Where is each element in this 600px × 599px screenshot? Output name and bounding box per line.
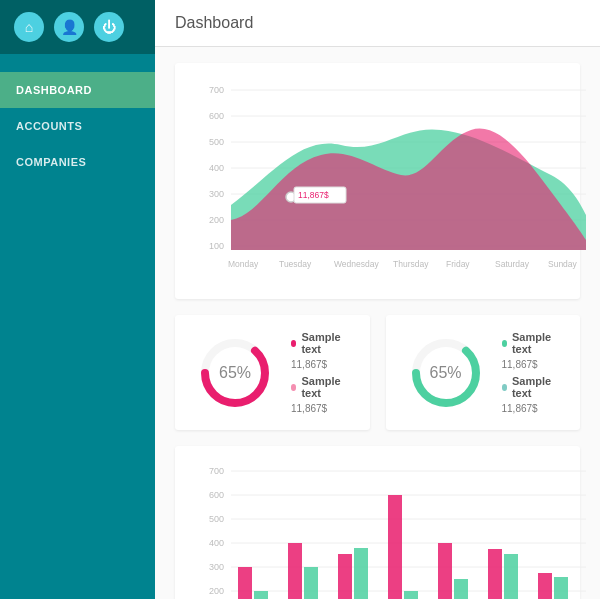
dashboard-content: 700 600 500 400 300 200 100 bbox=[155, 47, 600, 599]
donut-chart-pink: 65% bbox=[195, 333, 275, 413]
bar-sun-teal bbox=[554, 577, 568, 599]
bar-wed-pink bbox=[338, 554, 352, 599]
bar-chart-svg: 700 600 500 400 300 200 100 bbox=[191, 458, 591, 599]
bar-sun-pink bbox=[538, 573, 552, 599]
donut-secondary-label-pink: Sample text bbox=[301, 375, 349, 399]
area-chart-svg: 700 600 500 400 300 200 100 bbox=[191, 75, 591, 285]
bar-wed-teal bbox=[354, 548, 368, 599]
page-title: Dashboard bbox=[155, 0, 600, 47]
svg-text:100: 100 bbox=[209, 241, 224, 251]
svg-text:11,867$: 11,867$ bbox=[298, 190, 329, 200]
svg-text:300: 300 bbox=[209, 562, 224, 572]
donut-chart-teal: 65% bbox=[406, 333, 486, 413]
donut-primary-value-pink: 11,867$ bbox=[291, 359, 350, 370]
dot-pink-icon bbox=[291, 340, 296, 347]
svg-text:Friday: Friday bbox=[446, 259, 470, 269]
bar-mon-teal bbox=[254, 591, 268, 599]
donut-info-pink: Sample text 11,867$ Sample text 11,867$ bbox=[291, 331, 350, 414]
sidebar-item-dashboard[interactable]: DASHBOARD bbox=[0, 72, 155, 108]
power-icon[interactable]: ⏻ bbox=[94, 12, 124, 42]
donut-cards-row: 65% Sample text 11,867$ Sample text 11,8… bbox=[175, 315, 580, 430]
bar-thu-teal bbox=[404, 591, 418, 599]
sidebar-icon-bar: ⌂ 👤 ⏻ bbox=[0, 0, 155, 54]
dot-pink2-icon bbox=[291, 384, 296, 391]
donut-percent-teal: 65% bbox=[429, 364, 461, 382]
person-icon[interactable]: 👤 bbox=[54, 12, 84, 42]
donut-card-teal: 65% Sample text 11,867$ Sample text 11,8… bbox=[386, 315, 581, 430]
svg-text:200: 200 bbox=[209, 586, 224, 596]
bar-chart-card: 700 600 500 400 300 200 100 bbox=[175, 446, 580, 599]
donut-secondary-value-teal: 11,867$ bbox=[502, 403, 561, 414]
svg-text:200: 200 bbox=[209, 215, 224, 225]
donut-percent-pink: 65% bbox=[219, 364, 251, 382]
svg-text:Saturday: Saturday bbox=[495, 259, 530, 269]
svg-text:Thursday: Thursday bbox=[393, 259, 429, 269]
svg-text:300: 300 bbox=[209, 189, 224, 199]
donut-secondary-label-teal: Sample text bbox=[512, 375, 560, 399]
area-chart-card: 700 600 500 400 300 200 100 bbox=[175, 63, 580, 299]
svg-text:400: 400 bbox=[209, 163, 224, 173]
bar-fri-pink bbox=[438, 543, 452, 599]
bar-tue-pink bbox=[288, 543, 302, 599]
svg-text:700: 700 bbox=[209, 85, 224, 95]
svg-text:Tuesday: Tuesday bbox=[279, 259, 312, 269]
svg-text:500: 500 bbox=[209, 514, 224, 524]
bar-sat-pink bbox=[488, 549, 502, 599]
svg-text:Wednesday: Wednesday bbox=[334, 259, 379, 269]
sidebar-nav: DASHBOARD ACCOUNTS COMPANIES bbox=[0, 72, 155, 180]
sidebar: ⌂ 👤 ⏻ DASHBOARD ACCOUNTS COMPANIES bbox=[0, 0, 155, 599]
svg-text:600: 600 bbox=[209, 490, 224, 500]
dot-teal2-icon bbox=[502, 384, 507, 391]
donut-primary-value-teal: 11,867$ bbox=[502, 359, 561, 370]
svg-text:700: 700 bbox=[209, 466, 224, 476]
donut-card-pink: 65% Sample text 11,867$ Sample text 11,8… bbox=[175, 315, 370, 430]
donut-info-teal: Sample text 11,867$ Sample text 11,867$ bbox=[502, 331, 561, 414]
bar-sat-teal bbox=[504, 554, 518, 599]
main-content-area: Dashboard 700 600 500 400 300 200 100 bbox=[155, 0, 600, 599]
sidebar-item-accounts[interactable]: ACCOUNTS bbox=[0, 108, 155, 144]
svg-text:400: 400 bbox=[209, 538, 224, 548]
dot-teal-icon bbox=[502, 340, 507, 347]
svg-text:Monday: Monday bbox=[228, 259, 259, 269]
donut-primary-label-teal: Sample text bbox=[512, 331, 560, 355]
home-icon[interactable]: ⌂ bbox=[14, 12, 44, 42]
svg-text:500: 500 bbox=[209, 137, 224, 147]
donut-primary-label-pink: Sample text bbox=[301, 331, 349, 355]
donut-secondary-value-pink: 11,867$ bbox=[291, 403, 350, 414]
bar-fri-teal bbox=[454, 579, 468, 599]
sidebar-item-companies[interactable]: COMPANIES bbox=[0, 144, 155, 180]
svg-text:600: 600 bbox=[209, 111, 224, 121]
bar-mon-pink bbox=[238, 567, 252, 599]
bar-thu-pink bbox=[388, 495, 402, 599]
svg-text:Sunday: Sunday bbox=[548, 259, 578, 269]
bar-tue-teal bbox=[304, 567, 318, 599]
